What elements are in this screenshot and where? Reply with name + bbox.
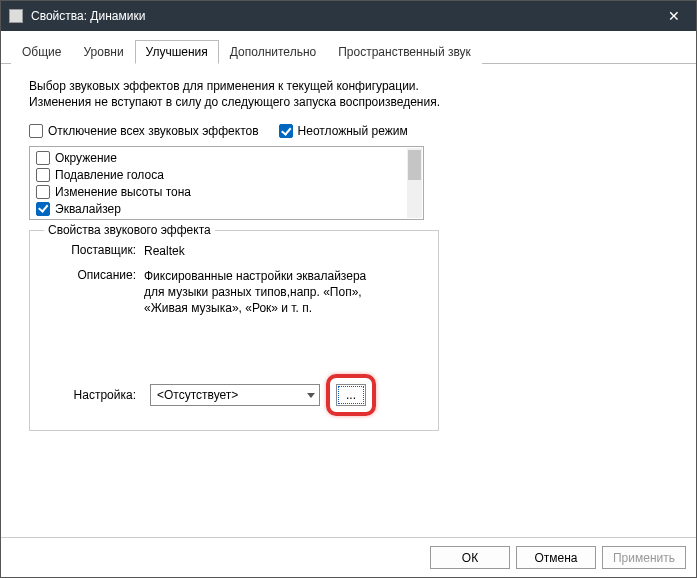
ok-button[interactable]: ОК	[430, 546, 510, 569]
immediate-mode-checkbox[interactable]: Неотложный режим	[279, 124, 408, 138]
checkbox-label: Неотложный режим	[298, 124, 408, 138]
description-text: Выбор звуковых эффектов для применения к…	[29, 78, 449, 110]
setting-label: Настройка:	[44, 388, 144, 402]
provider-value: Realtek	[144, 243, 384, 259]
description-label: Описание:	[44, 268, 144, 317]
checkbox-icon	[36, 202, 50, 216]
effect-item-voice-cancel[interactable]: Подавление голоса	[32, 166, 421, 183]
window-title: Свойства: Динамики	[31, 9, 145, 23]
speaker-icon	[9, 9, 23, 23]
cancel-button[interactable]: Отмена	[516, 546, 596, 569]
apply-button[interactable]: Применить	[602, 546, 686, 569]
list-item-label: Изменение высоты тона	[55, 185, 191, 199]
effect-item-equalizer[interactable]: Эквалайзер	[32, 200, 421, 217]
tab-levels[interactable]: Уровни	[72, 40, 134, 64]
tab-general[interactable]: Общие	[11, 40, 72, 64]
ellipsis-icon: ...	[346, 388, 356, 402]
provider-label: Поставщик:	[44, 243, 144, 259]
tab-advanced[interactable]: Дополнительно	[219, 40, 327, 64]
group-legend: Свойства звукового эффекта	[44, 223, 215, 237]
tabstrip: Общие Уровни Улучшения Дополнительно Про…	[1, 31, 696, 64]
checkbox-icon	[36, 168, 50, 182]
properties-dialog: Свойства: Динамики ✕ Общие Уровни Улучше…	[0, 0, 697, 578]
tab-spatial-sound[interactable]: Пространственный звук	[327, 40, 482, 64]
disable-all-effects-checkbox[interactable]: Отключение всех звуковых эффектов	[29, 124, 259, 138]
checkbox-icon	[279, 124, 293, 138]
description-value: Фиксированные настройки эквалайзера для …	[144, 268, 384, 317]
checkbox-icon	[29, 124, 43, 138]
tab-enhancements[interactable]: Улучшения	[135, 40, 219, 64]
scrollbar-thumb[interactable]	[408, 150, 421, 180]
list-item-label: Окружение	[55, 151, 117, 165]
effect-properties-group: Свойства звукового эффекта Поставщик: Re…	[29, 230, 439, 431]
checkbox-icon	[36, 151, 50, 165]
effect-item-pitch-shift[interactable]: Изменение высоты тона	[32, 183, 421, 200]
setting-combobox[interactable]: <Отсутствует>	[150, 384, 320, 406]
chevron-down-icon	[307, 393, 315, 398]
highlight-annotation: ...	[326, 374, 376, 416]
scrollbar[interactable]	[407, 148, 422, 218]
list-item-label: Подавление голоса	[55, 168, 164, 182]
titlebar: Свойства: Динамики ✕	[1, 1, 696, 31]
list-item-label: Эквалайзер	[55, 202, 121, 216]
checkbox-icon	[36, 185, 50, 199]
setting-browse-button[interactable]: ...	[336, 384, 366, 406]
close-icon: ✕	[668, 8, 680, 24]
combobox-value: <Отсутствует>	[157, 388, 238, 402]
tab-content: Выбор звуковых эффектов для применения к…	[1, 64, 696, 537]
dialog-button-bar: ОК Отмена Применить	[1, 537, 696, 577]
effect-item-environment[interactable]: Окружение	[32, 149, 421, 166]
checkbox-label: Отключение всех звуковых эффектов	[48, 124, 259, 138]
effects-listbox[interactable]: Окружение Подавление голоса Изменение вы…	[29, 146, 424, 220]
close-button[interactable]: ✕	[652, 1, 696, 31]
